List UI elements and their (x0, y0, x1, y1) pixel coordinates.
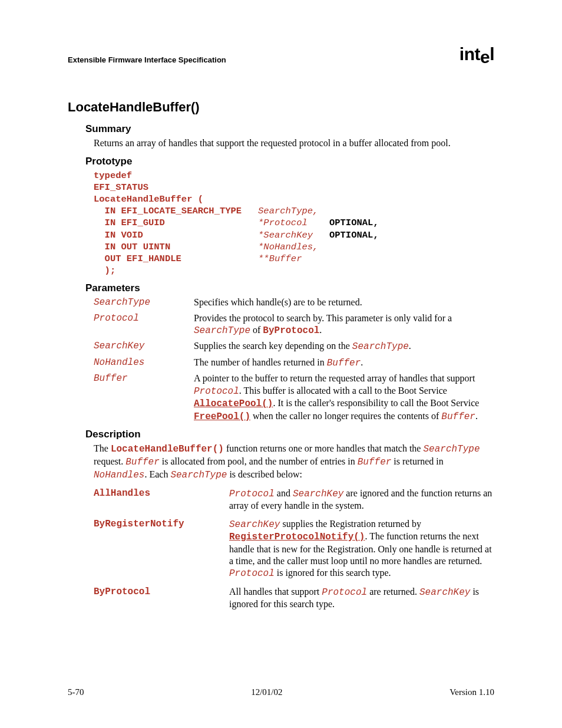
searchtype-desc: All handles that support Protocol are re… (229, 586, 494, 611)
prototype-code: typedefEFI_STATUSLocateHandleBuffer ( IN… (94, 170, 494, 276)
footer-version: Version 1.10 (449, 687, 494, 697)
parameter-name: Buffer (94, 373, 194, 423)
parameter-desc: The number of handles returned in Buffer… (194, 357, 494, 369)
footer-date: 12/01/02 (251, 687, 282, 697)
description-heading: Description (85, 429, 494, 440)
searchtype-desc: Protocol and SearchKey are ignored and t… (229, 487, 494, 512)
parameters-table: SearchTypeSpecifies which handle(s) are … (94, 297, 494, 423)
parameter-desc: Specifies which handle(s) are to be retu… (194, 297, 494, 308)
parameter-desc: Provides the protocol to search by. This… (194, 312, 494, 337)
parameter-row: SearchKeySupplies the search key dependi… (94, 340, 494, 353)
page-header: Extensible Firmware Interface Specificat… (68, 44, 494, 64)
page-footer: 5-70 12/01/02 Version 1.10 (68, 687, 494, 697)
parameter-row: BufferA pointer to the buffer to return … (94, 373, 494, 423)
parameter-name: SearchType (94, 297, 194, 308)
searchtype-row: AllHandlesProtocol and SearchKey are ign… (94, 487, 494, 512)
parameter-row: SearchTypeSpecifies which handle(s) are … (94, 297, 494, 308)
page-container: Extensible Firmware Interface Specificat… (0, 0, 562, 728)
searchtype-row: ByRegisterNotifySearchKey supplies the R… (94, 518, 494, 580)
parameter-desc: A pointer to the buffer to return the re… (194, 373, 494, 423)
header-title: Extensible Firmware Interface Specificat… (68, 55, 226, 64)
searchtype-desc: SearchKey supplies the Registration retu… (229, 518, 494, 580)
searchtype-name: AllHandles (94, 487, 229, 512)
prototype-heading: Prototype (85, 156, 494, 167)
searchtype-table: AllHandlesProtocol and SearchKey are ign… (94, 487, 494, 611)
function-title: LocateHandleBuffer() (68, 100, 494, 115)
parameter-name: Protocol (94, 312, 194, 337)
searchtype-name: ByProtocol (94, 586, 229, 611)
intel-logo: intel (459, 44, 494, 64)
footer-page-number: 5-70 (68, 687, 84, 697)
parameter-desc: Supplies the search key depending on the… (194, 340, 494, 353)
summary-text: Returns an array of handles that support… (94, 137, 494, 150)
summary-heading: Summary (85, 123, 494, 135)
parameters-heading: Parameters (85, 282, 494, 294)
searchtype-name: ByRegisterNotify (94, 518, 229, 580)
parameter-name: NoHandles (94, 357, 194, 369)
parameter-row: NoHandlesThe number of handles returned … (94, 357, 494, 369)
parameter-row: ProtocolProvides the protocol to search … (94, 312, 494, 337)
parameter-name: SearchKey (94, 340, 194, 353)
description-text: The LocateHandleBuffer() function return… (94, 443, 494, 481)
searchtype-row: ByProtocolAll handles that support Proto… (94, 586, 494, 611)
